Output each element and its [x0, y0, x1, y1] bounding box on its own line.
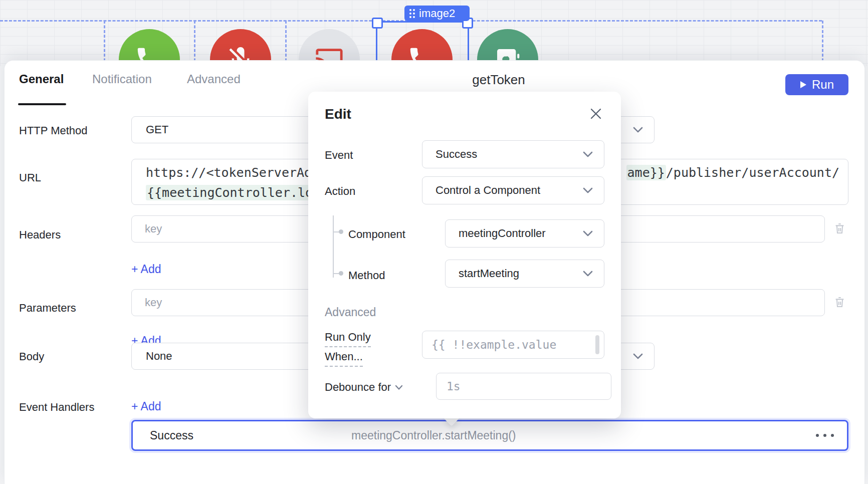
component-select[interactable]: meetingController — [445, 219, 604, 248]
action-label: Action — [325, 185, 355, 198]
add-header-link[interactable]: + Add — [131, 263, 161, 276]
run-only-when-wrap — [422, 331, 604, 359]
url-text-line1-right: ame}}/publisher/userAccount/ — [626, 165, 839, 180]
headers-label: Headers — [19, 228, 61, 241]
method-label: Method — [348, 269, 385, 282]
chevron-down-small-icon[interactable] — [395, 385, 403, 390]
app-root: image2 General Notification Advanced get… — [0, 0, 868, 484]
selected-widget-tag[interactable]: image2 — [404, 6, 470, 21]
chevron-down-icon — [633, 127, 643, 133]
event-handler-action: meetingController.startMeeting() — [351, 429, 516, 442]
more-options-icon[interactable] — [816, 434, 834, 437]
chevron-down-icon — [583, 230, 593, 237]
drag-handle-icon[interactable] — [409, 9, 415, 18]
selected-widget-name: image2 — [419, 7, 455, 20]
grid-guide-line — [194, 21, 195, 66]
advanced-section-label: Advanced — [325, 306, 376, 319]
run-only-when-label: Run Only When... — [325, 331, 371, 367]
method-select[interactable]: startMeeting — [445, 260, 604, 288]
run-button[interactable]: Run — [785, 74, 848, 95]
tab-general[interactable]: General — [19, 72, 64, 86]
chevron-down-icon — [633, 353, 643, 360]
tree-guide-line — [333, 215, 334, 278]
play-icon — [800, 81, 807, 89]
grid-guide-line — [285, 21, 287, 66]
chevron-down-icon — [583, 151, 593, 158]
parameters-label: Parameters — [19, 302, 76, 315]
event-handler-event: Success — [150, 429, 193, 442]
action-select[interactable]: Control a Component — [422, 176, 604, 204]
active-tab-underline — [18, 103, 66, 105]
grid-guide-line — [822, 21, 823, 66]
editor-canvas[interactable]: image2 — [0, 0, 868, 66]
chevron-down-icon — [583, 271, 593, 277]
query-title: getToken — [416, 72, 581, 88]
tab-notification[interactable]: Notification — [92, 72, 152, 86]
event-label: Event — [325, 149, 353, 162]
close-icon[interactable] — [589, 107, 603, 121]
component-label: Component — [348, 228, 405, 241]
http-method-label: HTTP Method — [19, 124, 88, 137]
debounce-label: Debounce for — [325, 381, 403, 394]
popover-title: Edit — [325, 106, 351, 122]
event-handler-row[interactable]: Success meetingController.startMeeting() — [131, 420, 848, 451]
tab-advanced[interactable]: Advanced — [187, 72, 241, 86]
url-label: URL — [19, 171, 41, 184]
selection-handle-left[interactable] — [372, 18, 383, 29]
debounce-input[interactable] — [436, 373, 611, 400]
input-scrollbar[interactable] — [595, 335, 599, 354]
delete-header-icon[interactable] — [833, 221, 846, 235]
tree-node-dot — [339, 271, 343, 276]
event-select[interactable]: Success — [422, 140, 604, 168]
add-event-handler-link[interactable]: + Add — [131, 400, 161, 413]
chevron-down-icon — [583, 187, 593, 194]
url-text-line1-left: https://<tokenServerAd — [146, 165, 312, 180]
body-label: Body — [19, 350, 44, 363]
run-only-when-input[interactable] — [422, 331, 604, 359]
event-handlers-label: Event Handlers — [19, 401, 94, 414]
delete-parameter-icon[interactable] — [833, 295, 846, 309]
grid-guide-line — [104, 21, 105, 66]
tree-node-dot — [339, 229, 343, 234]
url-text-line2: {{meetingController.lo — [146, 185, 314, 200]
